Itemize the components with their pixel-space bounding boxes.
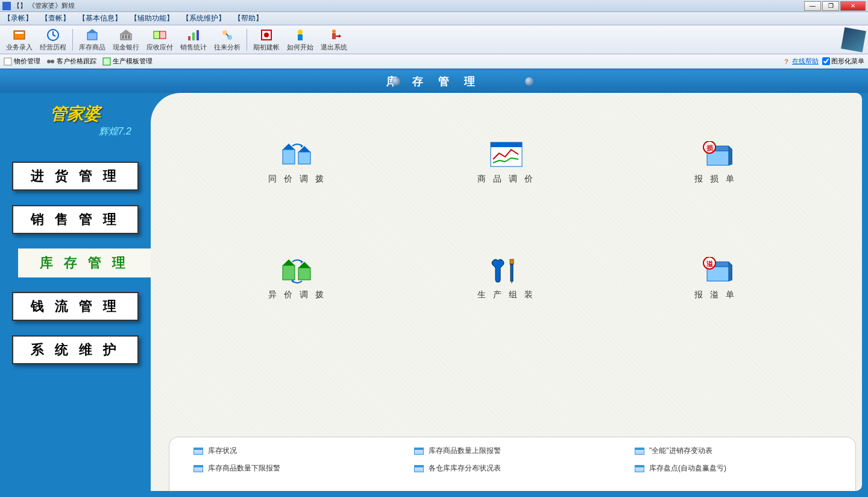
logo: 管家婆 辉煌7.2	[0, 93, 151, 147]
doc-icon	[4, 57, 12, 66]
svg-rect-28	[283, 150, 295, 164]
logo-sub: 辉煌7.2	[99, 125, 131, 138]
svg-marker-31	[298, 146, 310, 152]
svg-rect-12	[188, 36, 190, 40]
svg-rect-40	[283, 265, 295, 280]
minimize-button[interactable]: ―	[804, 1, 821, 11]
svg-text:溢: 溢	[705, 260, 712, 267]
nav-cashflow[interactable]: 钱 流 管 理	[12, 292, 139, 321]
tool-stock[interactable]: 库存商品	[75, 27, 109, 53]
svg-marker-23	[339, 34, 341, 38]
link-stocktake[interactable]: 库存盘点(自动盘赢盘亏)	[635, 463, 831, 473]
help-icon[interactable]: ?	[784, 58, 788, 65]
feature-assembly[interactable]: 生 产 组 装	[432, 257, 581, 300]
nav-purchase[interactable]: 进 货 管 理	[12, 162, 139, 191]
svg-rect-1	[15, 32, 24, 34]
svg-marker-6	[121, 30, 131, 34]
titlebar: 【】 《管家婆》辉煌 ― ❐ ✕	[0, 0, 868, 12]
table-icon	[414, 465, 424, 472]
window-title: 【】 《管家婆》辉煌	[13, 1, 804, 10]
svg-marker-48	[511, 281, 513, 283]
maximize-button[interactable]: ❐	[822, 1, 839, 11]
sub-pricemgmt[interactable]: 物价管理	[4, 57, 40, 66]
content: 同 价 调 拨 商 品 调 价 损 报 损 单 异 价 调 拨	[151, 93, 868, 497]
svg-marker-51	[729, 262, 732, 281]
nav-inventory[interactable]: 库 存 管 理	[18, 248, 151, 277]
binoculars-icon	[46, 57, 55, 66]
feature-diff-price-transfer[interactable]: 异 价 调 拨	[223, 257, 372, 300]
svg-marker-37	[729, 146, 732, 165]
tool-cashbank[interactable]: 现金银行	[109, 27, 143, 53]
online-help-link[interactable]: 在线帮助	[792, 57, 819, 66]
svg-rect-22	[332, 33, 336, 39]
bottom-links-panel: 库存状况 库存商品数量上限报警 "全能"进销存变动表 库存商品数量下限报警 各仓…	[169, 437, 856, 491]
menu-record[interactable]: 【录帐】	[4, 13, 33, 24]
svg-rect-34	[491, 142, 522, 147]
tools-icon	[489, 257, 523, 283]
tool-salesstat[interactable]: 销售统计	[177, 27, 210, 53]
svg-marker-44	[301, 260, 303, 264]
menu-query[interactable]: 【查帐】	[41, 13, 70, 24]
page-header: 库 存 管 理	[0, 70, 868, 93]
nav-sales[interactable]: 销 售 管 理	[12, 205, 139, 234]
feature-damage-report[interactable]: 损 报 损 单	[641, 141, 790, 185]
tool-contacts[interactable]: 往来分析	[210, 27, 244, 53]
table-icon	[635, 448, 644, 455]
link-stock-status[interactable]: 库存状况	[193, 446, 390, 456]
svg-rect-8	[125, 35, 127, 39]
menu-basicinfo[interactable]: 【基本信息】	[78, 13, 122, 24]
feature-same-price-transfer[interactable]: 同 价 调 拨	[223, 141, 372, 185]
overflow-box-icon: 溢	[699, 257, 732, 283]
tool-initaccount[interactable]: 期初建帐	[250, 27, 283, 53]
svg-rect-24	[4, 58, 11, 65]
brand-cube-icon	[841, 27, 866, 52]
link-lower-alarm[interactable]: 库存商品数量下限报警	[193, 463, 390, 473]
svg-marker-43	[298, 262, 310, 268]
svg-marker-4	[87, 29, 97, 33]
toolbar: 业务录入 经营历程 库存商品 现金银行 应收应付 销售统计 往来分析 期初建帐 …	[0, 25, 868, 54]
menu-system[interactable]: 【系统维护】	[182, 13, 225, 24]
price-chart-icon	[489, 141, 523, 168]
sidebar: 管家婆 辉煌7.2 进 货 管 理 销 售 管 理 库 存 管 理 钱 流 管 …	[0, 93, 151, 497]
header-ornament-right	[525, 77, 533, 86]
svg-rect-46	[510, 259, 514, 264]
svg-rect-14	[197, 30, 199, 40]
main-area: 库 存 管 理 管家婆 辉煌7.2 进 货 管 理 销 售 管 理 库 存 管 …	[0, 69, 868, 497]
svg-point-19	[298, 30, 303, 34]
tool-history[interactable]: 经营历程	[36, 27, 70, 53]
tool-howstart[interactable]: 如何开始	[283, 27, 317, 53]
svg-point-18	[264, 33, 269, 37]
subbar: 物价管理 客户价格跟踪 生产模板管理 ? 在线帮助 图形化菜单	[0, 54, 868, 69]
graphical-menu-checkbox[interactable]: 图形化菜单	[822, 57, 864, 66]
sub-pricetrace[interactable]: 客户价格跟踪	[46, 57, 96, 66]
feature-grid: 同 价 调 拨 商 品 调 价 损 报 损 单 异 价 调 拨	[175, 123, 838, 318]
sub-prodtemplate[interactable]: 生产模板管理	[102, 57, 153, 66]
tool-exit[interactable]: 退出系统	[317, 27, 351, 53]
logo-main: 管家婆	[50, 103, 101, 125]
tool-ar-ap[interactable]: 应收应付	[143, 27, 177, 53]
menu-aux[interactable]: 【辅助功能】	[130, 13, 174, 24]
feature-overflow-report[interactable]: 溢 报 溢 单	[641, 257, 790, 300]
menu-help[interactable]: 【帮助】	[234, 13, 263, 24]
link-warehouse-dist[interactable]: 各仓库库存分布状况表	[414, 463, 611, 473]
svg-point-21	[332, 30, 336, 33]
svg-rect-27	[103, 58, 110, 65]
template-icon	[102, 57, 111, 66]
svg-marker-29	[283, 144, 295, 150]
svg-marker-41	[283, 259, 295, 265]
nav-sysmaint[interactable]: 系 统 维 护	[12, 335, 139, 364]
window-controls: ― ❐ ✕	[804, 1, 866, 11]
feature-price-adjust[interactable]: 商 品 调 价	[432, 141, 581, 185]
table-icon	[193, 448, 203, 455]
tool-bizentry[interactable]: 业务录入	[2, 27, 36, 53]
header-ornament-left	[392, 77, 400, 86]
svg-rect-7	[122, 35, 124, 39]
close-button[interactable]: ✕	[840, 1, 866, 11]
table-icon	[414, 448, 424, 455]
link-upper-alarm[interactable]: 库存商品数量上限报警	[414, 446, 611, 456]
link-allinone-report[interactable]: "全能"进销存变动表	[635, 446, 831, 456]
damage-box-icon: 损	[699, 141, 732, 168]
app-icon	[2, 2, 11, 10]
svg-point-25	[47, 60, 51, 63]
table-icon	[635, 465, 644, 472]
